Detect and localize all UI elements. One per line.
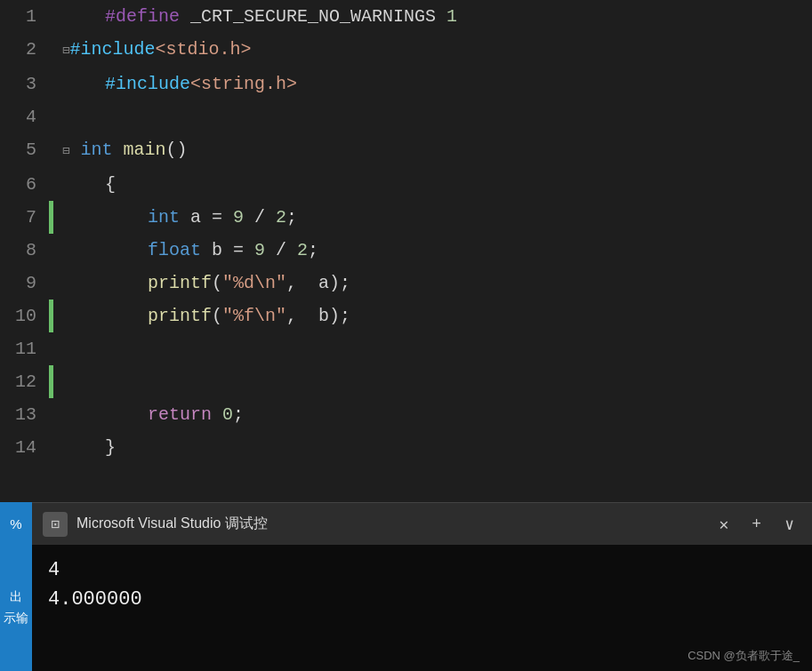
line-number-9: 9 [0, 267, 49, 300]
code-token: , a); [286, 273, 350, 293]
line-number-14: 14 [0, 431, 49, 464]
side-tab-output[interactable]: 出 示输 [0, 545, 32, 671]
line-content-6: { [53, 168, 812, 201]
line-content-13: return 0; [53, 398, 812, 431]
line-content-8: float b = 9 / 2; [53, 234, 812, 267]
line-number-6: 6 [0, 168, 49, 201]
code-token: 1 [436, 6, 457, 27]
line-content-3: #include<string.h> [53, 68, 812, 100]
output-line-2: 4.000000 [48, 585, 796, 614]
line-content-11 [53, 332, 812, 365]
output-line-1: 4 [48, 555, 796, 585]
code-token: ; [233, 404, 244, 425]
code-token: "%d\n" [222, 273, 286, 293]
terminal-icon: ⊡ [43, 512, 68, 537]
code-token: main [123, 140, 165, 160]
terminal-close-button[interactable]: ✕ [712, 513, 736, 536]
line-content-14: } [53, 431, 812, 464]
code-token: int [69, 140, 123, 160]
code-token: printf [62, 273, 212, 293]
terminal-dropdown-button[interactable]: ∨ [777, 513, 801, 536]
side-tab-show-label: 示输 [4, 611, 28, 627]
line-number-4: 4 [0, 100, 49, 133]
code-token: / [244, 207, 276, 228]
line-number-10: 10 [0, 300, 49, 332]
code-token: <string.h> [190, 74, 297, 94]
side-tab-percent-label: % [10, 516, 21, 531]
code-token: printf [62, 306, 212, 326]
code-token: { [62, 174, 116, 195]
code-line-1: 1 #define _CRT_SECURE_NO_WARNINGS 1 [0, 0, 812, 33]
code-line-2: 2⊟#include<stdio.h> [0, 33, 812, 68]
line-number-12: 12 [0, 365, 49, 398]
code-token: ; [286, 207, 297, 228]
code-token: "%f\n" [222, 306, 286, 326]
watermark: CSDN @负者歌于途_ [687, 647, 800, 665]
code-token: _CRT_SECURE_NO_WARNINGS [190, 6, 436, 27]
code-token: #define [62, 6, 190, 27]
code-token: ; [308, 240, 318, 260]
code-token: / [265, 240, 297, 260]
line-number-7: 7 [0, 201, 49, 234]
code-token: ( [212, 306, 222, 326]
side-tab-output-label: 出 [10, 589, 22, 605]
line-number-2: 2 [0, 33, 49, 68]
code-token: a = [190, 207, 233, 228]
code-line-7: 7 int a = 9 / 2; [0, 201, 812, 234]
code-token: 9 [254, 240, 265, 260]
side-tab-percent[interactable]: % [0, 502, 32, 545]
line-number-13: 13 [0, 398, 49, 431]
code-token: return [62, 404, 222, 425]
code-token: 2 [276, 207, 286, 228]
line-content-2: ⊟#include<stdio.h> [53, 33, 812, 68]
code-token: () [165, 140, 187, 160]
line-content-7: int a = 9 / 2; [53, 201, 812, 234]
code-line-8: 8 float b = 9 / 2; [0, 234, 812, 267]
line-number-5: 5 [0, 133, 49, 168]
code-token: 2 [297, 240, 308, 260]
code-token: <stdio.h> [155, 39, 251, 60]
code-token: b = [212, 240, 254, 260]
terminal-bar: ⊡ Microsoft Visual Studio 调试控 ✕ + ∨ [32, 502, 812, 545]
terminal-add-button[interactable]: + [744, 514, 768, 535]
line-content-9: printf("%d\n", a); [53, 267, 812, 300]
code-line-12: 12 [0, 365, 812, 398]
line-content-12 [53, 365, 812, 398]
code-line-11: 11 [0, 332, 812, 365]
code-token: int [62, 207, 190, 228]
line-number-3: 3 [0, 68, 49, 100]
code-token: } [62, 437, 116, 458]
code-token: 9 [233, 207, 244, 228]
code-token: float [62, 240, 212, 260]
code-line-13: 13 return 0; [0, 398, 812, 431]
code-line-9: 9 printf("%d\n", a); [0, 267, 812, 300]
code-line-4: 4 [0, 100, 812, 133]
line-content-5: ⊟ int main() [53, 133, 812, 168]
code-line-6: 6 { [0, 168, 812, 201]
line-content-4 [53, 100, 812, 133]
line-number-11: 11 [0, 332, 49, 365]
line-number-1: 1 [0, 0, 49, 33]
line-number-8: 8 [0, 234, 49, 267]
code-line-5: 5⊟ int main() [0, 133, 812, 168]
code-token: #include [62, 74, 190, 94]
line-content-1: #define _CRT_SECURE_NO_WARNINGS 1 [53, 0, 812, 33]
line-content-10: printf("%f\n", b); [53, 300, 812, 332]
terminal-output: 4 4.000000 CSDN @负者歌于途_ [32, 545, 812, 671]
code-token: , b); [286, 306, 350, 326]
code-editor: 1 #define _CRT_SECURE_NO_WARNINGS 12⊟#in… [0, 0, 812, 502]
code-token: ( [212, 273, 222, 293]
code-line-14: 14 } [0, 431, 812, 464]
code-token: 0 [222, 404, 233, 425]
code-token: #include [69, 39, 155, 60]
code-line-10: 10 printf("%f\n", b); [0, 300, 812, 332]
code-line-3: 3 #include<string.h> [0, 68, 812, 100]
terminal-title: Microsoft Visual Studio 调试控 [76, 515, 703, 533]
